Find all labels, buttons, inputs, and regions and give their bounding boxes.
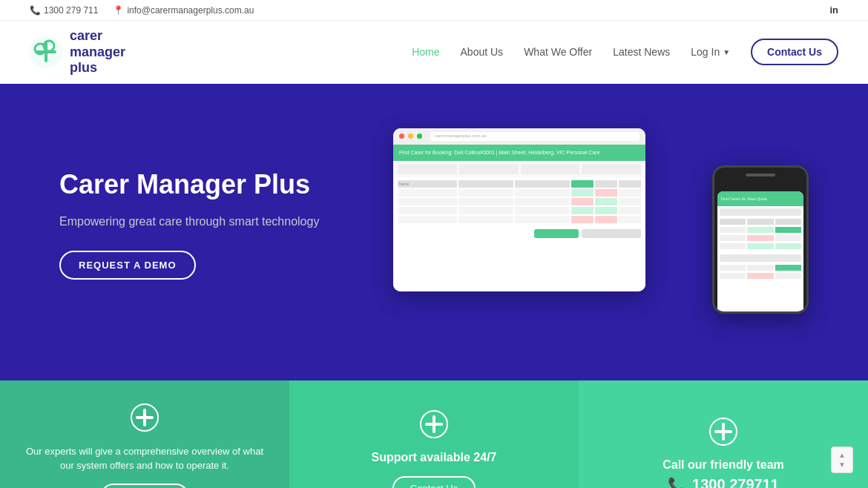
form-field-2: [459, 164, 519, 174]
col-header-status: [571, 180, 594, 188]
feature-title-2: Support available 24/7: [372, 451, 497, 464]
email-icon: 📍: [113, 5, 124, 16]
nav-about[interactable]: About Us: [461, 46, 504, 58]
feature-text-1: Our experts will give a comprehensive ov…: [22, 444, 267, 473]
phone-icon-feature: 📞: [668, 476, 686, 488]
top-bar-right: in: [829, 4, 838, 16]
logo-icon: [30, 36, 62, 68]
phone-data-row-5: [720, 273, 801, 279]
col-header-3: [515, 180, 570, 188]
cell-1-green: [571, 189, 594, 197]
top-bar-phone: 📞 1300 279 711: [30, 5, 98, 16]
pd-2: [747, 227, 773, 233]
pd-3: [775, 227, 801, 233]
feature-icon-1: [130, 403, 160, 435]
footer-btn-grey: [582, 229, 641, 238]
cell-3-2: [458, 207, 513, 214]
cell-4-red2: [595, 216, 617, 223]
feature-section: Our experts will give a comprehensive ov…: [0, 380, 868, 488]
scroll-indicator[interactable]: ▲ ▼: [831, 446, 853, 473]
contact-button[interactable]: Contact Us: [751, 39, 838, 65]
form-field-4: [582, 164, 641, 174]
feature-icon-2: [419, 409, 449, 442]
pd-9: [775, 243, 801, 249]
pd-1: [720, 227, 746, 233]
screenshot-form-row: [393, 161, 645, 177]
screenshot-phone: Find Carers for Team Quota: [712, 165, 809, 314]
cell-name-1: [398, 189, 457, 197]
footer-btn-green: [534, 229, 579, 238]
phone-header: Find Carers for Team Quota: [717, 191, 803, 206]
top-bar: 📞 1300 279 711 📍 info@carermanagerplus.c…: [0, 0, 868, 21]
nav-login[interactable]: Log In ▼: [691, 46, 730, 58]
cell-2-2: [458, 198, 513, 205]
browser-dot-green: [417, 133, 422, 139]
nav-what-we-offer[interactable]: What We Offer: [524, 46, 592, 58]
ph-h3: [775, 219, 801, 225]
chevron-down-icon: ▼: [723, 48, 730, 56]
col-header-5: [619, 180, 641, 188]
form-field-1: [398, 164, 457, 174]
hero-subtitle: Empowering great care through smart tech…: [59, 215, 371, 228]
feature-icon-3: [708, 417, 738, 449]
cell-1-2: [458, 189, 513, 197]
screenshot-footer: [393, 226, 645, 241]
hero-title: Carer Manager Plus: [59, 169, 371, 200]
svg-rect-7: [136, 416, 154, 419]
screenshot-main: carermanagerplus.com.au Find Carer for B…: [393, 128, 645, 291]
ph-h1: [720, 219, 746, 225]
nav-latest-news[interactable]: Latest News: [613, 46, 670, 58]
browser-dot-red: [399, 133, 404, 139]
top-bar-email: 📍 info@carermanagerplus.com.au: [113, 5, 254, 16]
cell-2-green: [595, 198, 617, 205]
feature-card-call: Call our friendly team 📞 1300 279711: [579, 380, 868, 488]
phone-subheader: [720, 208, 801, 216]
url-bar: carermanagerplus.com.au: [430, 132, 640, 141]
feature-phone-number: 📞 1300 279711: [668, 476, 779, 488]
contact-us-button[interactable]: Contact Us: [392, 476, 476, 488]
cell-1-5: [619, 189, 641, 197]
hero-content: Carer Manager Plus Empowering great care…: [59, 169, 371, 280]
cell-4-red: [571, 216, 594, 223]
screenshot-header-text: Find Carer for Booking: Deli Collins#000…: [399, 150, 599, 155]
table-row-2: [398, 198, 641, 205]
cell-2-5: [619, 198, 641, 205]
table-row-1: [398, 189, 641, 197]
phone-rows: [717, 206, 803, 282]
pd-5: [747, 235, 773, 241]
cell-4-2: [458, 216, 513, 223]
cell-3-5: [619, 207, 641, 214]
phone-icon: 📞: [30, 5, 41, 16]
browser-dot-yellow: [408, 133, 413, 139]
top-bar-left: 📞 1300 279 711 📍 info@carermanagerplus.c…: [30, 5, 254, 16]
svg-rect-13: [714, 430, 732, 433]
screenshot-content: Find Carer for Booking: Deli Collins#000…: [393, 145, 645, 291]
phone-data-row-4: [720, 265, 801, 271]
scroll-down-icon: ▼: [838, 461, 846, 469]
browser-bar: carermanagerplus.com.au: [393, 128, 645, 145]
pd-14: [747, 273, 773, 279]
table-row-4: [398, 216, 641, 223]
hero-section: Carer Manager Plus Empowering great care…: [0, 84, 868, 380]
screenshot-table: Name: [393, 177, 645, 226]
linkedin-icon[interactable]: in: [829, 4, 838, 16]
phone-row-header: [720, 219, 801, 225]
get-quote-button[interactable]: Get a Quote: [101, 484, 189, 488]
col-header-2: [458, 180, 513, 188]
hero-image-area: carermanagerplus.com.au Find Carer for B…: [371, 128, 809, 321]
pd-8: [747, 243, 773, 249]
cell-name-4: [398, 216, 457, 223]
pd-7: [720, 243, 746, 249]
cell-2-3: [515, 198, 570, 205]
cell-3-green2: [595, 207, 617, 214]
demo-button[interactable]: REQUEST A DEMO: [59, 251, 196, 280]
svg-rect-4: [36, 50, 56, 53]
phone-inner: Find Carers for Team Quota: [717, 191, 803, 314]
feature-card-support: Support available 24/7 Contact Us: [289, 380, 579, 488]
pd-15: [775, 273, 801, 279]
ph-h2: [747, 219, 773, 225]
table-header-row: Name: [398, 180, 641, 188]
col-header-4: [595, 180, 617, 188]
cell-2-red: [571, 198, 594, 205]
nav-home[interactable]: Home: [412, 46, 439, 58]
